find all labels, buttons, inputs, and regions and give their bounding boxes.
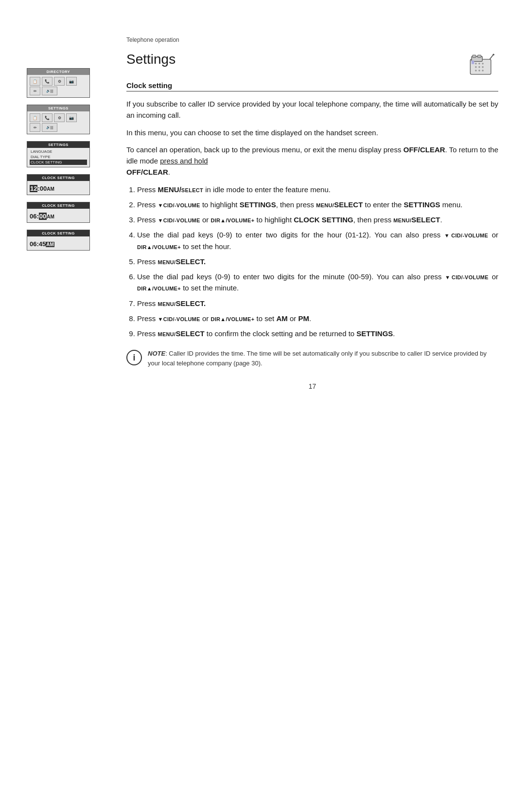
para3-bold1: OFF/CLEAR <box>403 145 445 154</box>
phone-fax-icon <box>468 52 498 77</box>
screen3-header: SETTINGS <box>27 142 89 148</box>
svg-point-11 <box>478 70 480 72</box>
step-4: Use the dial pad keys (0-9) to enter two… <box>137 229 498 252</box>
icon-row-2: ✏ 🔊||| <box>30 87 87 95</box>
icon-extra2: 📷 <box>66 113 77 122</box>
screen2-body: 📋 📞 ⚙ 📷 ✏ 🔊||| <box>27 111 89 134</box>
clock-hours-2: 06 <box>30 213 36 220</box>
sidebar: DIRECTORY 📋 📞 ⚙ 📷 ✏ 🔊||| SETTINGS 📋 <box>0 19 107 793</box>
svg-rect-13 <box>472 61 474 64</box>
step-8: Press ▼cid/-volume or dir▲/volume+ to se… <box>137 313 498 324</box>
screen6-body: 06:45AM <box>27 236 89 250</box>
svg-point-4 <box>475 63 477 65</box>
menu-dialtype: DIAL TYPE <box>30 154 87 160</box>
clock-mins-3: 45 <box>39 240 46 248</box>
svg-point-10 <box>475 70 477 72</box>
svg-rect-2 <box>472 55 476 57</box>
para3-prefix: To cancel an operation, back up to the p… <box>126 145 403 154</box>
step7-text: Press menu/SELECT. <box>137 299 206 307</box>
screen3-body: LANGUAGE DIAL TYPE CLOCK SETTING <box>27 148 89 167</box>
clock-hours-1: 12 <box>30 185 37 192</box>
icon-volume: 🔊||| <box>42 87 57 95</box>
para3: To cancel an operation, back up to the p… <box>126 144 498 178</box>
step-6: Use the dial pad keys (0-9) to enter two… <box>137 271 498 294</box>
page-container: DIRECTORY 📋 📞 ⚙ 📷 ✏ 🔊||| SETTINGS 📋 <box>0 0 525 812</box>
svg-point-8 <box>478 66 480 68</box>
clock-ampm-2: AM <box>47 214 54 219</box>
para3-bold2: OFF/CLEAR <box>126 168 168 176</box>
clock-time-3: 06:45AM <box>30 240 87 248</box>
step5-text: Press menu/SELECT. <box>137 257 206 266</box>
step-5: Press menu/SELECT. <box>137 256 498 267</box>
screen4-body: 12:00AM <box>27 181 89 195</box>
screen5-body: 06:00AM <box>27 209 89 222</box>
icon-row-4: ✏ 🔊||| <box>30 123 87 132</box>
screen4-header: CLOCK SETTING <box>27 175 89 181</box>
para2: In this menu, you can choose to set the … <box>126 127 498 138</box>
step1-text: Press MENU/select in idle mode to enter … <box>137 185 331 194</box>
step-3: Press ▼cid/-volume or dir▲/volume+ to hi… <box>137 214 498 225</box>
menu-clocksetting: CLOCK SETTING <box>30 160 87 165</box>
icon-settings2: ⚙ <box>54 113 65 122</box>
para3-underline: press and hold <box>160 157 208 165</box>
screen6-header: CLOCK SETTING <box>27 230 89 236</box>
icon-edit2: ✏ <box>30 123 40 132</box>
screen1-header: DIRECTORY <box>27 69 89 75</box>
step8-text: Press ▼cid/-volume or dir▲/volume+ to se… <box>137 314 311 323</box>
screen-clock3: CLOCK SETTING 06:45AM <box>27 230 90 251</box>
svg-point-5 <box>478 63 480 65</box>
icon-handset2: 📞 <box>42 113 52 122</box>
step-7: Press menu/SELECT. <box>137 298 498 309</box>
icon-row-1: 📋 📞 ⚙ 📷 <box>30 77 87 86</box>
note-content: : Caller ID provides the time. The time … <box>148 350 487 367</box>
title-row: Settings <box>126 52 498 77</box>
clock-ampm-1: AM <box>47 186 54 192</box>
note-icon: i <box>126 350 142 365</box>
screen-settings: SETTINGS 📋 📞 ⚙ 📷 ✏ 🔊||| <box>27 105 90 134</box>
clock-time-1: 12:00AM <box>30 185 87 192</box>
step2-text: Press ▼cid/-volume to highlight SETTINGS… <box>137 200 462 209</box>
note-box: i NOTE: Caller ID provides the time. The… <box>126 349 498 368</box>
section-heading: Clock setting <box>126 81 498 91</box>
screen1-body: 📋 📞 ⚙ 📷 ✏ 🔊||| <box>27 75 89 97</box>
page-title: Settings <box>126 52 175 67</box>
step9-text: Press menu/SELECT to confirm the clock s… <box>137 329 395 338</box>
para1: If you subscribe to caller ID service pr… <box>126 98 498 121</box>
clock-hours-3: 06 <box>30 240 36 248</box>
screen-clock1: CLOCK SETTING 12:00AM <box>27 174 90 195</box>
note-icon-letter: i <box>133 353 135 363</box>
icon-extra: 📷 <box>66 77 77 86</box>
screen5-header: CLOCK SETTING <box>27 202 89 209</box>
icon-volume2: 🔊||| <box>42 123 57 132</box>
svg-point-15 <box>492 54 494 55</box>
screen-clock2: CLOCK SETTING 06:00AM <box>27 202 90 223</box>
step6-text: Use the dial pad keys (0-9) to enter two… <box>137 272 498 292</box>
step3-text: Press ▼cid/-volume or dir▲/volume+ to hi… <box>137 216 442 224</box>
screen-settings-menu: SETTINGS LANGUAGE DIAL TYPE CLOCK SETTIN… <box>27 141 90 167</box>
para3-period: . <box>168 168 170 176</box>
icon-handset: 📞 <box>42 77 52 86</box>
note-bold: NOTE <box>148 350 165 357</box>
page-number: 17 <box>126 382 498 390</box>
icon-settings: ⚙ <box>54 77 65 86</box>
svg-rect-3 <box>477 55 481 57</box>
menu-language: LANGUAGE <box>30 149 87 154</box>
svg-point-6 <box>482 63 484 65</box>
main-content: Telephone operation Settings <box>107 19 525 793</box>
steps-list: Press MENU/select in idle mode to enter … <box>126 184 498 340</box>
clock-mins-2: 00 <box>39 213 47 220</box>
icon-edit: ✏ <box>30 87 40 95</box>
svg-point-7 <box>475 66 477 68</box>
note-text: NOTE: Caller ID provides the time. The t… <box>148 349 498 368</box>
breadcrumb: Telephone operation <box>126 36 498 43</box>
svg-line-14 <box>490 55 493 59</box>
clock-time-2: 06:00AM <box>30 213 87 220</box>
clock-mins-1: 00 <box>40 185 47 192</box>
step-1: Press MENU/select in idle mode to enter … <box>137 184 498 195</box>
icon-phonebook2: 📋 <box>30 113 40 122</box>
clock-ampm-3: AM <box>46 242 54 247</box>
icon-phonebook: 📋 <box>30 77 40 86</box>
step4-text: Use the dial pad keys (0-9) to enter two… <box>137 231 498 250</box>
screen2-header: SETTINGS <box>27 105 89 111</box>
svg-point-12 <box>482 70 484 72</box>
